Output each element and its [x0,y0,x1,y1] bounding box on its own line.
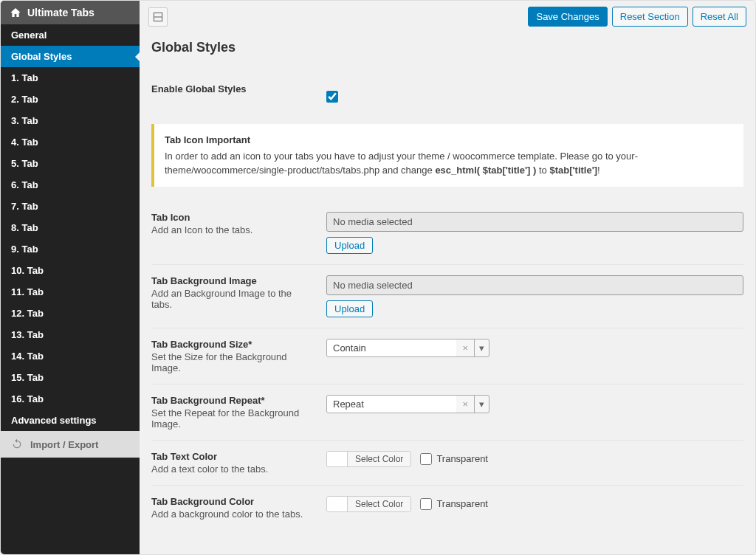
sidebar-item-8[interactable]: 7. Tab [1,196,140,217]
sidebar-item-14[interactable]: 13. Tab [1,324,140,345]
page-title: Global Styles [151,40,743,55]
tab-bg-repeat-label: Tab Background Repeat* [151,395,312,406]
tab-bg-repeat-desc: Set the Repeat for the Background Image. [151,407,312,430]
sidebar-item-12[interactable]: 11. Tab [1,281,140,303]
reset-all-button[interactable]: Reset All [693,7,746,27]
sidebar-item-13[interactable]: 12. Tab [1,303,140,324]
chevron-down-icon[interactable]: ▾ [474,396,489,413]
info-excl: ! [597,165,600,176]
enable-checkbox[interactable] [326,91,338,103]
info-to: to [536,165,549,176]
sidebar-item-10[interactable]: 9. Tab [1,238,140,260]
import-export-label: Import / Export [30,439,98,450]
refresh-icon [11,438,23,450]
sidebar-item-6[interactable]: 5. Tab [1,153,140,174]
info-code-1: esc_html( $tab['title'] ) [435,165,536,176]
tab-bg-repeat-select[interactable]: Repeat × ▾ [326,395,489,413]
sidebar-item-5[interactable]: 4. Tab [1,131,140,153]
tab-bg-image-upload-button[interactable]: Upload [326,300,373,317]
expand-icon [153,12,163,22]
save-button[interactable]: Save Changes [528,7,607,27]
transparent-label: Transparent [436,453,488,464]
tab-text-color-picker[interactable]: Select Color [326,451,411,467]
tab-bg-color-transparent-checkbox[interactable] [420,498,432,510]
tab-bg-image-desc: Add an Background Image to the tabs. [151,288,312,310]
tab-text-color-label: Tab Text Color [151,451,312,462]
sidebar-item-2[interactable]: 1. Tab [1,67,140,89]
select-color-button[interactable]: Select Color [348,452,410,466]
main: Save Changes Reset Section Reset All Glo… [140,1,755,554]
tab-text-color-desc: Add a text color to the tabs. [151,463,312,475]
sidebar-item-17[interactable]: 16. Tab [1,388,140,410]
tab-bg-size-desc: Set the Size for the Background Image. [151,351,312,373]
chevron-down-icon[interactable]: ▾ [474,339,489,356]
clear-icon[interactable]: × [456,396,474,413]
sidebar-header: Ultimate Tabs [1,1,140,24]
sidebar-item-11[interactable]: 10. Tab [1,260,140,281]
tab-bg-image-label: Tab Background Image [151,275,312,286]
select-color-button[interactable]: Select Color [348,497,410,511]
sidebar-import-export[interactable]: Import / Export [1,431,140,458]
tab-bg-color-label: Tab Background Color [151,496,312,507]
sidebar-item-0[interactable]: General [1,24,140,46]
clear-icon[interactable]: × [456,339,474,356]
tab-bg-color-picker[interactable]: Select Color [326,496,411,512]
sidebar-item-3[interactable]: 2. Tab [1,89,140,110]
reset-section-button[interactable]: Reset Section [612,7,688,27]
tab-bg-color-desc: Add a background color to the tabs. [151,509,312,520]
enable-label: Enable Global Styles [151,83,312,94]
info-code-2: $tab['title'] [549,165,597,176]
tab-icon-upload-button[interactable]: Upload [326,237,373,254]
tab-icon-media: No media selected [326,212,743,232]
color-swatch [327,452,348,466]
sidebar: Ultimate Tabs GeneralGlobal Styles1. Tab… [1,1,140,554]
sidebar-item-4[interactable]: 3. Tab [1,110,140,131]
tab-bg-size-value: Contain [327,339,456,356]
home-icon [10,7,21,18]
content: Global Styles Enable Global Styles Tab I… [140,32,755,554]
sidebar-item-15[interactable]: 14. Tab [1,345,140,367]
sidebar-item-7[interactable]: 6. Tab [1,174,140,196]
tab-icon-desc: Add an Icon to the tabs. [151,224,312,235]
sidebar-item-18[interactable]: Advanced settings [1,410,140,431]
sidebar-item-9[interactable]: 8. Tab [1,217,140,238]
topbar: Save Changes Reset Section Reset All [140,1,755,32]
tab-bg-image-media: No media selected [326,275,743,295]
transparent-label: Transparent [436,498,488,509]
sidebar-item-16[interactable]: 15. Tab [1,367,140,388]
color-swatch [327,497,348,511]
tab-bg-size-label: Tab Background Size* [151,339,312,350]
expand-button[interactable] [148,7,168,27]
tab-icon-label: Tab Icon [151,212,312,223]
tab-bg-repeat-value: Repeat [327,396,456,413]
app-title: Ultimate Tabs [27,7,94,18]
tab-text-color-transparent-checkbox[interactable] [420,453,432,465]
tab-bg-size-select[interactable]: Contain × ▾ [326,339,489,357]
info-title: Tab Icon Important [165,133,733,148]
sidebar-item-1[interactable]: Global Styles [1,46,140,67]
info-box: Tab Icon Important In order to add an ic… [151,124,743,187]
